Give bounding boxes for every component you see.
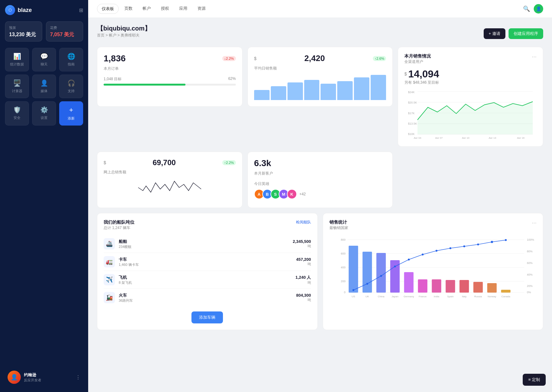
svg-text:Russia: Russia <box>474 295 482 298</box>
fleet-ship-count: 234艘舰 <box>119 244 131 249</box>
logo-text: blaze <box>18 7 32 14</box>
sidebar-item-label: 添新 <box>68 116 75 121</box>
fleet-train-name: 火车 <box>119 293 133 298</box>
sidebar-top-settings-icon[interactable]: ⊞ <box>79 7 83 13</box>
expense-card: 花费 7,057 美元 <box>46 21 83 42</box>
fleet-item-ship: 🚢 船舶 234艘舰 2,345,500 吨 <box>104 235 311 253</box>
nav-link-accounts[interactable]: 帐户 <box>138 4 155 14</box>
invite-button[interactable]: + 邀请 <box>484 28 505 39</box>
sidebar-item-stats[interactable]: 📊 统计数据 <box>5 48 29 71</box>
bar-4 <box>304 80 320 100</box>
fleet-item-truck: 🚛 卡车 1,460 辆卡车 457,200 吨 <box>104 253 311 271</box>
fleet-train-value: 804,300 <box>296 293 311 298</box>
svg-text:$10K: $10K <box>408 132 415 136</box>
sidebar-item-support[interactable]: 🎧 支持 <box>59 75 83 98</box>
svg-text:$17K: $17K <box>408 112 415 115</box>
svg-text:20%: 20% <box>527 284 532 288</box>
sales-target: 另有 $48,346 至目标 <box>404 80 537 85</box>
svg-point-38 <box>435 250 437 252</box>
top-nav: 仪表板 页数 帐户 授权 应用 资源 🔍 👤 <box>88 0 552 18</box>
fleet-item-plane: ✈️ 飞机 8 架飞机 1,240 人 吨 <box>104 271 311 289</box>
svg-point-35 <box>394 266 396 267</box>
fleet-link[interactable]: 检阅舰队 <box>296 220 311 225</box>
user-name: 约翰逊 <box>24 372 41 378</box>
monthly-sales-more-icon[interactable]: ··· <box>532 53 537 60</box>
svg-text:$24K: $24K <box>408 91 415 94</box>
svg-point-34 <box>380 275 382 277</box>
sidebar-item-media[interactable]: 👤 媒体 <box>32 75 56 98</box>
bar-8 <box>371 75 386 100</box>
bar-italy <box>459 280 469 293</box>
orders-badge: ↓2.2% <box>222 56 236 61</box>
budget-label: 预算 <box>9 25 38 30</box>
sidebar-item-label: 支持 <box>68 89 75 93</box>
heroes-count: +42 <box>299 192 306 196</box>
nav-link-auth[interactable]: 授权 <box>156 4 174 14</box>
fleet-ship-name: 船舶 <box>119 239 131 244</box>
guide-icon: 🌐 <box>67 53 75 60</box>
svg-text:$13.5K: $13.5K <box>408 122 417 125</box>
truck-icon: 🚛 <box>104 256 115 267</box>
nav-link-apps[interactable]: 应用 <box>175 4 192 14</box>
svg-point-37 <box>422 254 424 255</box>
daily-sales-label: 平均日销售额 <box>254 66 386 71</box>
support-icon: 🎧 <box>67 79 75 87</box>
bar-canada <box>501 290 510 293</box>
fleet-truck-unit: 吨 <box>296 262 311 266</box>
sidebar-item-guide[interactable]: 🌐 指南 <box>59 48 83 71</box>
svg-text:France: France <box>418 295 426 298</box>
fleet-card: 我们的船队吨位 总计 1,247 辆车 检阅舰队 🚢 船舶 234艘舰 2,34… <box>97 213 318 330</box>
svg-text:Japan: Japan <box>391 295 398 298</box>
sales-chart-sub: 最畅销国家 <box>329 225 348 231</box>
fleet-item-train: 🚂 火车 36路列车 804,300 吨 <box>104 289 311 306</box>
ship-icon: 🚢 <box>104 238 115 249</box>
more-icon[interactable]: ⋮ <box>76 374 81 380</box>
stats-row: 1,836 ↓2.2% 本月订单 1,048 目标 62% $ <box>97 47 543 147</box>
bar-spain <box>446 280 455 293</box>
stats-row-2: $ 69,700 ↑2.2% 网上总销售额 6.3k 本月新客户 今日英雄 <box>97 152 543 208</box>
orders-card: 1,836 ↓2.2% 本月订单 1,048 目标 62% <box>97 47 242 107</box>
svg-point-42 <box>491 241 493 243</box>
monthly-sales-card: 本月销售情况 全渠道用户 ··· $ 14,094 另有 $48,346 至目标… <box>398 47 543 147</box>
sidebar-bottom: 👤 约翰逊 反应开发者 ⋮ <box>5 367 83 387</box>
mini-bar-chart <box>254 75 386 100</box>
search-icon[interactable]: 🔍 <box>523 5 530 12</box>
svg-text:Apr 10: Apr 10 <box>462 137 469 139</box>
progress-label: 1,048 目标 <box>104 76 122 82</box>
user-avatar-icon[interactable]: 👤 <box>534 4 543 14</box>
avatar: 👤 <box>8 371 21 384</box>
top-nav-actions: 🔍 👤 <box>523 4 543 14</box>
user-info: 约翰逊 反应开发者 <box>24 372 41 383</box>
orders-label: 本月订单 <box>104 66 236 71</box>
svg-text:800: 800 <box>341 238 345 241</box>
progress-pct: 62% <box>228 76 236 82</box>
sidebar-item-security[interactable]: 🛡️ 安全 <box>5 101 29 126</box>
total-dollar: $ <box>104 160 106 165</box>
svg-text:Apr 04: Apr 04 <box>414 137 421 139</box>
customize-button[interactable]: ≡ 定制 <box>523 374 546 386</box>
fleet-train-count: 36路列车 <box>119 298 133 303</box>
bar-7 <box>354 77 369 100</box>
fleet-plane-unit: 吨 <box>295 280 311 285</box>
logo-icon: ⬡ <box>5 5 15 15</box>
svg-text:Apr 16: Apr 16 <box>517 137 525 139</box>
sales-chart-more-icon[interactable]: ··· <box>532 220 537 226</box>
bar-3 <box>287 82 303 100</box>
sidebar-item-add[interactable]: + 添新 <box>59 101 83 126</box>
add-vehicle-button[interactable]: 添加车辆 <box>191 311 223 323</box>
sidebar-item-chat[interactable]: 💬 聊天 <box>32 48 56 71</box>
svg-point-41 <box>477 244 479 245</box>
fleet-ship-value: 2,345,500 <box>293 239 311 244</box>
nav-link-pages[interactable]: 页数 <box>120 4 137 14</box>
sidebar-item-label: 指南 <box>68 62 75 67</box>
nav-link-resources[interactable]: 资源 <box>193 4 210 14</box>
sidebar-item-settings[interactable]: ⚙️ 设置 <box>32 101 56 126</box>
budget-value: 13,230 美元 <box>9 31 38 37</box>
create-app-button[interactable]: 创建应用程序 <box>509 28 543 39</box>
svg-point-40 <box>463 245 465 247</box>
sidebar-item-calc[interactable]: 🖥️ 计算器 <box>5 75 29 98</box>
sales-chart-title: 销售统计 <box>329 220 348 225</box>
nav-link-dashboard[interactable]: 仪表板 <box>97 4 119 14</box>
svg-text:Italy: Italy <box>462 295 466 298</box>
bar-1 <box>254 90 270 100</box>
